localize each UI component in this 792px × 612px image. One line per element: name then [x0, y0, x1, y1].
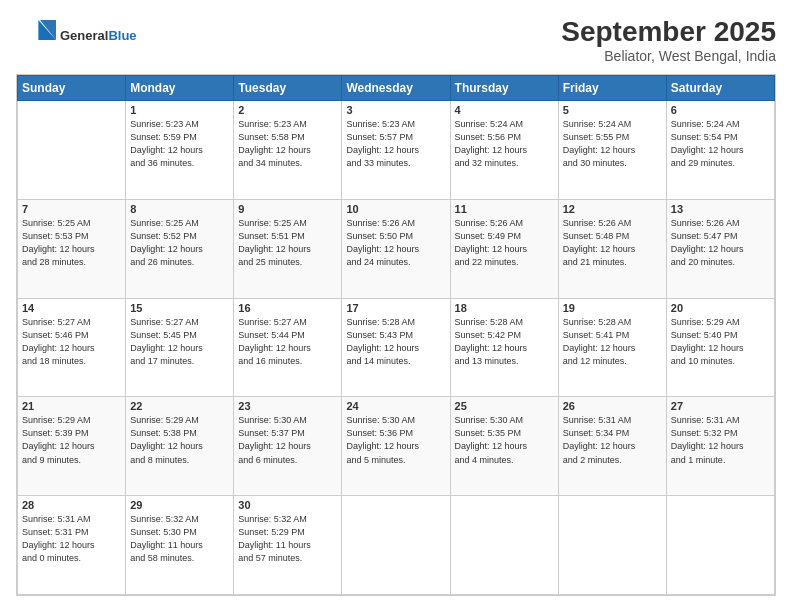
week-row-4: 21Sunrise: 5:29 AMSunset: 5:39 PMDayligh…: [18, 397, 775, 496]
header: GeneralBlue September 2025 Beliator, Wes…: [16, 16, 776, 64]
day-cell: 2Sunrise: 5:23 AMSunset: 5:58 PMDaylight…: [234, 101, 342, 200]
day-cell: 21Sunrise: 5:29 AMSunset: 5:39 PMDayligh…: [18, 397, 126, 496]
logo-blue-label: Blue: [108, 28, 136, 43]
day-cell: 26Sunrise: 5:31 AMSunset: 5:34 PMDayligh…: [558, 397, 666, 496]
day-info: Sunrise: 5:25 AMSunset: 5:52 PMDaylight:…: [130, 217, 229, 269]
day-cell: 18Sunrise: 5:28 AMSunset: 5:42 PMDayligh…: [450, 298, 558, 397]
day-number: 28: [22, 499, 121, 511]
day-info: Sunrise: 5:28 AMSunset: 5:43 PMDaylight:…: [346, 316, 445, 368]
day-number: 6: [671, 104, 770, 116]
day-header-thursday: Thursday: [450, 76, 558, 101]
day-cell: 11Sunrise: 5:26 AMSunset: 5:49 PMDayligh…: [450, 199, 558, 298]
day-cell: 3Sunrise: 5:23 AMSunset: 5:57 PMDaylight…: [342, 101, 450, 200]
day-info: Sunrise: 5:26 AMSunset: 5:47 PMDaylight:…: [671, 217, 770, 269]
day-info: Sunrise: 5:29 AMSunset: 5:39 PMDaylight:…: [22, 414, 121, 466]
day-info: Sunrise: 5:29 AMSunset: 5:40 PMDaylight:…: [671, 316, 770, 368]
day-number: 21: [22, 400, 121, 412]
day-cell: 13Sunrise: 5:26 AMSunset: 5:47 PMDayligh…: [666, 199, 774, 298]
day-info: Sunrise: 5:30 AMSunset: 5:35 PMDaylight:…: [455, 414, 554, 466]
day-number: 4: [455, 104, 554, 116]
day-cell: 23Sunrise: 5:30 AMSunset: 5:37 PMDayligh…: [234, 397, 342, 496]
day-cell: 22Sunrise: 5:29 AMSunset: 5:38 PMDayligh…: [126, 397, 234, 496]
day-info: Sunrise: 5:23 AMSunset: 5:59 PMDaylight:…: [130, 118, 229, 170]
day-cell: 17Sunrise: 5:28 AMSunset: 5:43 PMDayligh…: [342, 298, 450, 397]
day-cell: 25Sunrise: 5:30 AMSunset: 5:35 PMDayligh…: [450, 397, 558, 496]
header-row: SundayMondayTuesdayWednesdayThursdayFrid…: [18, 76, 775, 101]
week-row-2: 7Sunrise: 5:25 AMSunset: 5:53 PMDaylight…: [18, 199, 775, 298]
week-row-3: 14Sunrise: 5:27 AMSunset: 5:46 PMDayligh…: [18, 298, 775, 397]
day-cell: 16Sunrise: 5:27 AMSunset: 5:44 PMDayligh…: [234, 298, 342, 397]
day-info: Sunrise: 5:28 AMSunset: 5:42 PMDaylight:…: [455, 316, 554, 368]
day-cell: 1Sunrise: 5:23 AMSunset: 5:59 PMDaylight…: [126, 101, 234, 200]
day-cell: [342, 496, 450, 595]
day-number: 14: [22, 302, 121, 314]
day-cell: 30Sunrise: 5:32 AMSunset: 5:29 PMDayligh…: [234, 496, 342, 595]
day-cell: 5Sunrise: 5:24 AMSunset: 5:55 PMDaylight…: [558, 101, 666, 200]
week-row-5: 28Sunrise: 5:31 AMSunset: 5:31 PMDayligh…: [18, 496, 775, 595]
month-title: September 2025: [561, 16, 776, 48]
day-cell: 9Sunrise: 5:25 AMSunset: 5:51 PMDaylight…: [234, 199, 342, 298]
day-number: 26: [563, 400, 662, 412]
day-number: 13: [671, 203, 770, 215]
day-number: 23: [238, 400, 337, 412]
day-header-tuesday: Tuesday: [234, 76, 342, 101]
logo: GeneralBlue: [16, 16, 137, 56]
day-cell: 19Sunrise: 5:28 AMSunset: 5:41 PMDayligh…: [558, 298, 666, 397]
day-info: Sunrise: 5:31 AMSunset: 5:31 PMDaylight:…: [22, 513, 121, 565]
day-info: Sunrise: 5:28 AMSunset: 5:41 PMDaylight:…: [563, 316, 662, 368]
day-number: 20: [671, 302, 770, 314]
day-number: 3: [346, 104, 445, 116]
day-cell: 7Sunrise: 5:25 AMSunset: 5:53 PMDaylight…: [18, 199, 126, 298]
day-number: 5: [563, 104, 662, 116]
day-number: 12: [563, 203, 662, 215]
day-cell: [666, 496, 774, 595]
day-header-sunday: Sunday: [18, 76, 126, 101]
title-block: September 2025 Beliator, West Bengal, In…: [561, 16, 776, 64]
calendar-body: 1Sunrise: 5:23 AMSunset: 5:59 PMDaylight…: [18, 101, 775, 595]
day-number: 25: [455, 400, 554, 412]
day-header-monday: Monday: [126, 76, 234, 101]
day-cell: [450, 496, 558, 595]
day-number: 2: [238, 104, 337, 116]
day-info: Sunrise: 5:30 AMSunset: 5:36 PMDaylight:…: [346, 414, 445, 466]
calendar-table: SundayMondayTuesdayWednesdayThursdayFrid…: [17, 75, 775, 595]
day-number: 18: [455, 302, 554, 314]
day-cell: 28Sunrise: 5:31 AMSunset: 5:31 PMDayligh…: [18, 496, 126, 595]
day-info: Sunrise: 5:25 AMSunset: 5:51 PMDaylight:…: [238, 217, 337, 269]
day-cell: 27Sunrise: 5:31 AMSunset: 5:32 PMDayligh…: [666, 397, 774, 496]
logo-general-label: General: [60, 28, 108, 43]
day-cell: 6Sunrise: 5:24 AMSunset: 5:54 PMDaylight…: [666, 101, 774, 200]
day-cell: 10Sunrise: 5:26 AMSunset: 5:50 PMDayligh…: [342, 199, 450, 298]
day-header-wednesday: Wednesday: [342, 76, 450, 101]
day-cell: 15Sunrise: 5:27 AMSunset: 5:45 PMDayligh…: [126, 298, 234, 397]
day-cell: [18, 101, 126, 200]
day-info: Sunrise: 5:23 AMSunset: 5:57 PMDaylight:…: [346, 118, 445, 170]
day-info: Sunrise: 5:26 AMSunset: 5:50 PMDaylight:…: [346, 217, 445, 269]
day-number: 15: [130, 302, 229, 314]
day-number: 22: [130, 400, 229, 412]
page: GeneralBlue September 2025 Beliator, Wes…: [0, 0, 792, 612]
day-cell: 29Sunrise: 5:32 AMSunset: 5:30 PMDayligh…: [126, 496, 234, 595]
day-number: 16: [238, 302, 337, 314]
day-number: 9: [238, 203, 337, 215]
day-info: Sunrise: 5:30 AMSunset: 5:37 PMDaylight:…: [238, 414, 337, 466]
day-info: Sunrise: 5:26 AMSunset: 5:48 PMDaylight:…: [563, 217, 662, 269]
day-number: 29: [130, 499, 229, 511]
day-info: Sunrise: 5:31 AMSunset: 5:34 PMDaylight:…: [563, 414, 662, 466]
day-cell: 20Sunrise: 5:29 AMSunset: 5:40 PMDayligh…: [666, 298, 774, 397]
location: Beliator, West Bengal, India: [561, 48, 776, 64]
logo-svg: [16, 16, 56, 56]
day-number: 10: [346, 203, 445, 215]
day-header-saturday: Saturday: [666, 76, 774, 101]
day-cell: 14Sunrise: 5:27 AMSunset: 5:46 PMDayligh…: [18, 298, 126, 397]
week-row-1: 1Sunrise: 5:23 AMSunset: 5:59 PMDaylight…: [18, 101, 775, 200]
day-cell: [558, 496, 666, 595]
day-info: Sunrise: 5:24 AMSunset: 5:56 PMDaylight:…: [455, 118, 554, 170]
day-header-friday: Friday: [558, 76, 666, 101]
calendar: SundayMondayTuesdayWednesdayThursdayFrid…: [16, 74, 776, 596]
day-number: 8: [130, 203, 229, 215]
day-info: Sunrise: 5:32 AMSunset: 5:30 PMDaylight:…: [130, 513, 229, 565]
day-number: 30: [238, 499, 337, 511]
day-number: 19: [563, 302, 662, 314]
day-number: 7: [22, 203, 121, 215]
